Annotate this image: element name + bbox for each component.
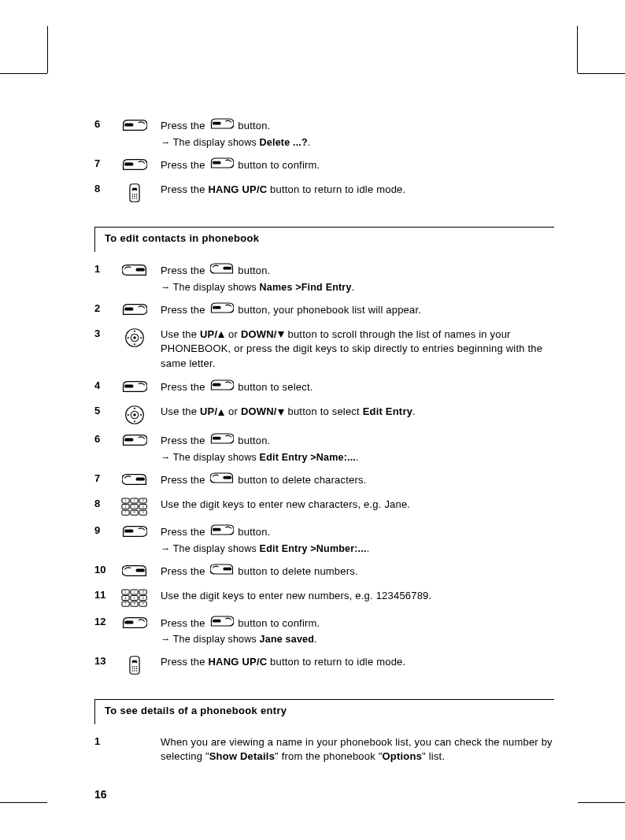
triangle-up-icon: [218, 409, 224, 416]
instruction-step: 9Press the button.The display shows Edit…: [94, 524, 554, 556]
step-number: 4: [94, 379, 109, 391]
step-number: 1: [94, 263, 109, 275]
left-softkey-icon: [122, 118, 147, 132]
section-heading-details: To see details of a phonebook entry: [94, 699, 554, 721]
step-number: 6: [94, 118, 109, 130]
left-softkey-icon: [122, 302, 147, 316]
step-number: 6: [94, 433, 109, 445]
arrow-icon: [161, 634, 173, 645]
left-softkey-icon: [122, 379, 147, 394]
instruction-step: 6Press the button.The display shows Dele…: [94, 118, 554, 150]
page-number: 16: [94, 788, 107, 801]
step-text: Press the button to confirm.: [161, 157, 554, 175]
bold-text: Edit Entry >Name:...: [260, 452, 356, 463]
step-text: When you are viewing a name in your phon…: [161, 735, 554, 765]
step-text: Use the digit keys to enter new characte…: [161, 498, 554, 513]
step-icon-cell: [118, 263, 151, 277]
instruction-step: 12Press the button to confirm.The displa…: [94, 616, 554, 647]
step-icon-cell: [118, 157, 151, 172]
step-icon-cell: [118, 564, 151, 578]
instruction-step: 7Press the button to delete characters.: [94, 472, 554, 490]
edit-steps-block: 1Press the button.The display shows Name…: [94, 263, 554, 675]
right-softkey-icon: [122, 472, 147, 487]
step-text: Press the HANG UP/C button to return to …: [161, 183, 554, 198]
keypad-icon: [121, 498, 148, 516]
step-icon-cell: [118, 183, 151, 203]
bold-text: UP/: [200, 405, 217, 417]
step-icon-cell: [118, 524, 151, 538]
step-text: Press the button.The display shows Edit …: [161, 433, 554, 464]
right-softkey-icon: [210, 563, 234, 580]
left-softkey-icon: [210, 157, 234, 174]
triangle-down-icon: [278, 331, 284, 338]
step-text: Press the button.The display shows Edit …: [161, 524, 554, 556]
hangup-icon: [128, 183, 142, 203]
section-title: To see details of a phonebook entry: [105, 705, 287, 716]
step-number: 7: [94, 157, 109, 169]
step-icon-cell: [118, 405, 151, 425]
step-number: 12: [94, 616, 109, 627]
step-icon-cell: [118, 616, 151, 630]
bold-text: DOWN/: [241, 405, 277, 417]
step-number: 11: [94, 589, 109, 601]
page-content: 6Press the button.The display shows Dele…: [0, 0, 625, 840]
left-softkey-icon: [210, 117, 234, 135]
bold-text: HANG UP/C: [209, 183, 268, 195]
step-text: Press the button.The display shows Delet…: [161, 118, 554, 150]
bold-text: Edit Entry >Number:...: [260, 543, 367, 554]
step-number: 3: [94, 327, 109, 339]
instruction-step: 8Use the digit keys to enter new charact…: [94, 498, 554, 516]
instruction-step: 10Press the button to delete numbers.: [94, 564, 554, 581]
right-softkey-icon: [210, 262, 234, 279]
step-number: 10: [94, 564, 109, 575]
left-softkey-icon: [210, 615, 234, 632]
section-title: To edit contacts in phonebook: [105, 232, 259, 244]
step-icon-cell: [118, 118, 151, 132]
instruction-step: 1Press the button.The display shows Name…: [94, 263, 554, 294]
top-steps-block: 6Press the button.The display shows Dele…: [94, 118, 554, 203]
step-text: Press the button, your phonebook list wi…: [161, 302, 554, 320]
section-heading-edit: To edit contacts in phonebook: [94, 227, 554, 249]
step-icon-cell: [118, 655, 151, 675]
nav-icon: [124, 405, 145, 425]
step-icon-cell: [118, 589, 151, 608]
step-text: Press the button.The display shows Names…: [161, 263, 554, 294]
step-text: Press the button to select.: [161, 379, 554, 397]
instruction-step: 13Press the HANG UP/C button to return t…: [94, 655, 554, 675]
step-text: Use the UP/ or DOWN/ button to select Ed…: [161, 405, 554, 420]
arrow-icon: [161, 452, 173, 463]
instruction-step: 3Use the UP/ or DOWN/ button to scroll t…: [94, 327, 554, 372]
arrow-icon: [161, 282, 173, 293]
instruction-step: 11Use the digit keys to enter new number…: [94, 589, 554, 608]
instruction-step: 4Press the button to select.: [94, 379, 554, 397]
step-number: 5: [94, 405, 109, 416]
left-softkey-icon: [122, 157, 147, 172]
step-number: 7: [94, 472, 109, 484]
bold-text: DOWN/: [241, 328, 277, 340]
step-icon-cell: [118, 472, 151, 487]
step-icon-cell: [118, 302, 151, 316]
right-softkey-icon: [122, 263, 147, 277]
step-number: 9: [94, 524, 109, 536]
step-text: Press the button to delete numbers.: [161, 564, 554, 581]
bold-text: UP/: [200, 328, 217, 340]
arrow-icon: [161, 137, 173, 148]
step-text: Use the UP/ or DOWN/ button to scroll th…: [161, 327, 554, 372]
bold-text: Options: [383, 750, 423, 762]
step-number: 8: [94, 498, 109, 509]
instruction-step: 8Press the HANG UP/C button to return to…: [94, 183, 554, 203]
keypad-icon: [121, 589, 148, 608]
left-softkey-icon: [210, 524, 234, 541]
left-softkey-icon: [210, 302, 234, 319]
left-softkey-icon: [122, 616, 147, 630]
bold-text: Edit Entry: [363, 405, 412, 417]
instruction-step: 7Press the button to confirm.: [94, 157, 554, 175]
step-icon-cell: [118, 327, 151, 348]
triangle-up-icon: [218, 331, 224, 338]
step-text: Use the digit keys to enter new numbers,…: [161, 589, 554, 604]
left-softkey-icon: [210, 379, 234, 396]
nav-icon: [124, 327, 145, 348]
bold-text: HANG UP/C: [209, 656, 268, 668]
step-number: 8: [94, 183, 109, 194]
step-number: 13: [94, 655, 109, 667]
